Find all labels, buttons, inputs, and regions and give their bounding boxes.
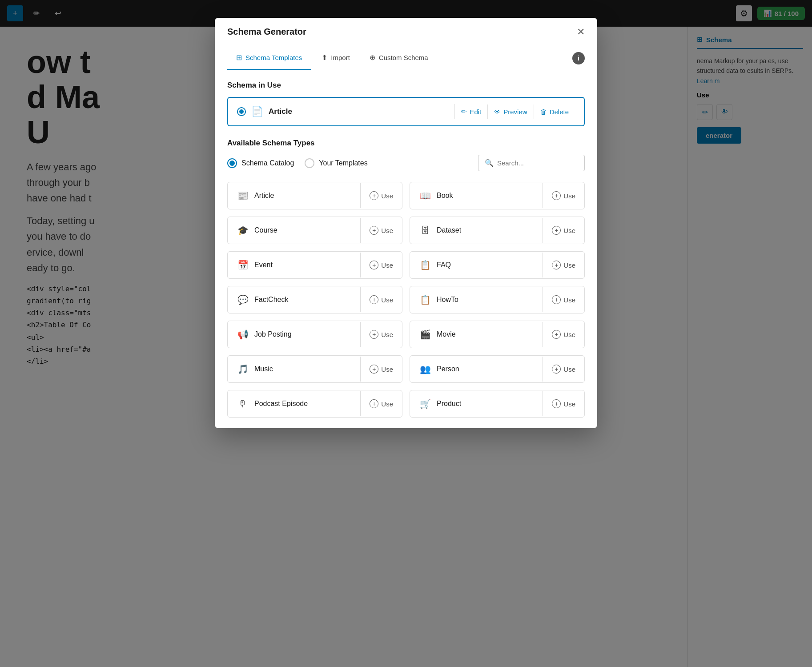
factcheck-label: FactCheck (254, 296, 288, 304)
schema-card-faq: 📋 FAQ + Use (410, 251, 585, 279)
faq-label: FAQ (437, 261, 451, 269)
movie-use-button[interactable]: + Use (543, 322, 584, 347)
howto-icon: 📋 (419, 294, 431, 305)
product-use-plus-icon: + (552, 399, 561, 408)
modal-body: Schema in Use 📄 Article ✏ Edit 👁 Preview… (215, 70, 597, 428)
info-button[interactable]: i (572, 52, 585, 64)
podcast-use-button[interactable]: + Use (360, 391, 402, 416)
tab-custom-schema[interactable]: ⊕ Custom Schema (361, 46, 437, 70)
book-label: Book (437, 192, 453, 200)
tab-import-label: Import (331, 54, 350, 61)
tab-import[interactable]: ⬆ Import (313, 46, 359, 70)
howto-label: HowTo (437, 296, 458, 304)
tab-schema-templates-label: Schema Templates (245, 54, 302, 61)
person-use-button[interactable]: + Use (543, 357, 584, 382)
modal-title: Schema Generator (227, 27, 306, 37)
templates-radio-empty (305, 158, 314, 168)
podcast-label: Podcast Episode (254, 400, 308, 408)
product-use-button[interactable]: + Use (543, 391, 584, 416)
course-use-button[interactable]: + Use (360, 218, 402, 243)
schema-generator-modal: Schema Generator ✕ ⊞ Schema Templates ⬆ … (215, 18, 597, 428)
faq-use-button[interactable]: + Use (543, 253, 584, 277)
preview-icon: 👁 (494, 108, 501, 116)
article-icon: 📰 (237, 190, 249, 201)
product-label: Product (437, 400, 461, 408)
schema-in-use-name: Article (269, 107, 454, 116)
event-use-button[interactable]: + Use (360, 253, 402, 277)
import-icon: ⬆ (322, 53, 327, 62)
music-use-button[interactable]: + Use (360, 357, 402, 382)
article-use-button[interactable]: + Use (360, 183, 402, 208)
schema-card-book: 📖 Book + Use (410, 182, 585, 209)
schema-card-howto: 📋 HowTo + Use (410, 286, 585, 313)
article-schema-icon: 📄 (251, 106, 263, 117)
howto-use-button[interactable]: + Use (543, 287, 584, 312)
person-label: Person (437, 365, 459, 373)
book-icon: 📖 (419, 190, 431, 201)
schema-templates-icon: ⊞ (236, 53, 242, 62)
factcheck-use-plus-icon: + (370, 295, 378, 304)
factcheck-use-button[interactable]: + Use (360, 287, 402, 312)
edit-icon: ✏ (461, 108, 467, 116)
schema-card-person: 👥 Person + Use (410, 355, 585, 383)
schema-card-factcheck: 💬 FactCheck + Use (227, 286, 402, 313)
modal-overlay: Schema Generator ✕ ⊞ Schema Templates ⬆ … (0, 0, 812, 667)
book-use-plus-icon: + (552, 191, 561, 200)
custom-schema-icon: ⊕ (370, 53, 375, 62)
event-icon: 📅 (237, 260, 249, 270)
job-posting-use-button[interactable]: + Use (360, 322, 402, 347)
catalog-label: Schema Catalog (241, 159, 294, 167)
person-icon: 👥 (419, 364, 431, 374)
schema-card-product: 🛒 Product + Use (410, 390, 585, 418)
movie-use-plus-icon: + (552, 330, 561, 339)
modal-header: Schema Generator ✕ (215, 18, 597, 46)
course-icon: 🎓 (237, 225, 249, 236)
available-types-title: Available Schema Types (227, 139, 585, 148)
catalog-radio-option[interactable]: Schema Catalog (227, 158, 294, 168)
music-use-plus-icon: + (370, 365, 378, 374)
schema-in-use-radio (237, 107, 246, 116)
faq-use-plus-icon: + (552, 261, 561, 269)
music-label: Music (254, 365, 273, 373)
job-posting-use-plus-icon: + (370, 330, 378, 339)
preview-schema-button[interactable]: 👁 Preview (487, 104, 533, 119)
delete-schema-button[interactable]: 🗑 Delete (534, 104, 575, 119)
delete-icon: 🗑 (540, 108, 547, 116)
howto-use-plus-icon: + (552, 295, 561, 304)
templates-radio-option[interactable]: Your Templates (305, 158, 367, 168)
book-use-button[interactable]: + Use (543, 183, 584, 208)
product-icon: 🛒 (419, 398, 431, 409)
course-label: Course (254, 226, 277, 234)
movie-icon: 🎬 (419, 329, 431, 340)
faq-icon: 📋 (419, 260, 431, 270)
movie-label: Movie (437, 330, 456, 338)
dataset-use-plus-icon: + (552, 226, 561, 235)
tab-schema-templates[interactable]: ⊞ Schema Templates (227, 46, 311, 70)
schema-search-input[interactable] (497, 159, 578, 167)
dataset-use-button[interactable]: + Use (543, 218, 584, 243)
event-use-plus-icon: + (370, 261, 378, 269)
schema-card-movie: 🎬 Movie + Use (410, 321, 585, 348)
schema-card-podcast-episode: 🎙 Podcast Episode + Use (227, 390, 402, 418)
modal-close-button[interactable]: ✕ (577, 27, 585, 37)
catalog-radio-filled (227, 158, 237, 168)
schema-card-article: 📰 Article + Use (227, 182, 402, 209)
schema-in-use-title: Schema in Use (227, 81, 585, 90)
podcast-use-plus-icon: + (370, 399, 378, 408)
music-icon: 🎵 (237, 364, 249, 374)
schema-in-use-card: 📄 Article ✏ Edit 👁 Preview 🗑 Delete (227, 97, 585, 126)
article-label: Article (254, 192, 274, 200)
job-posting-icon: 📢 (237, 329, 249, 340)
edit-schema-button[interactable]: ✏ Edit (454, 104, 487, 119)
schema-search-box[interactable]: 🔍 (478, 155, 585, 171)
search-icon: 🔍 (485, 159, 494, 167)
dataset-icon: 🗄 (419, 225, 431, 236)
factcheck-icon: 💬 (237, 294, 249, 305)
schema-card-dataset: 🗄 Dataset + Use (410, 217, 585, 244)
schema-grid: 📰 Article + Use 📖 Book + Use (227, 182, 585, 418)
templates-label: Your Templates (319, 159, 367, 167)
schema-type-controls: Schema Catalog Your Templates 🔍 (227, 155, 585, 171)
modal-tabs: ⊞ Schema Templates ⬆ Import ⊕ Custom Sch… (215, 46, 597, 70)
schema-card-event: 📅 Event + Use (227, 251, 402, 279)
schema-card-music: 🎵 Music + Use (227, 355, 402, 383)
